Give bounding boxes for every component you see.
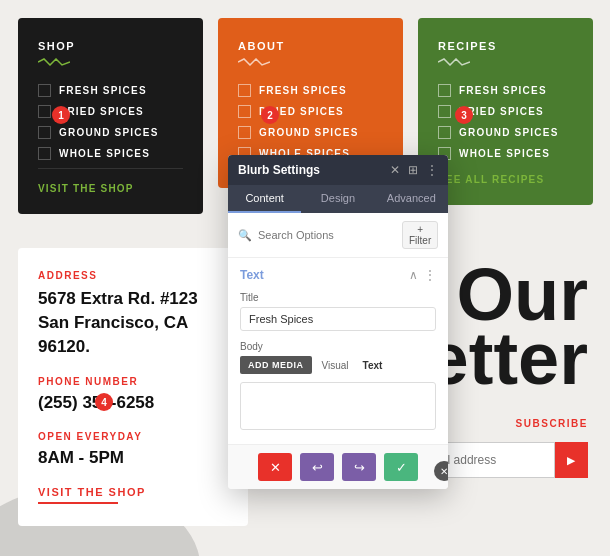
search-icon: 🔍 (238, 229, 252, 242)
text-section-label: Text (240, 268, 264, 282)
title-field-input[interactable] (240, 307, 436, 331)
body-toolbar: ADD MEDIA Visual Text (240, 356, 436, 374)
see-all-recipes-link[interactable]: SEE ALL RECIPES (438, 174, 573, 185)
about-checkbox-ground[interactable] (238, 126, 251, 139)
tab-advanced[interactable]: Advanced (375, 185, 448, 213)
section-controls: ∧ ⋮ (409, 268, 436, 282)
blurb-settings-panel: Blurb Settings ✕ ⊞ ⋮ Content Design Adva… (228, 155, 448, 489)
panel-title: Blurb Settings (238, 163, 320, 177)
badge-1: 1 (52, 106, 70, 124)
recipes-checkbox-dried[interactable] (438, 105, 451, 118)
panel-menu-icon[interactable]: ⋮ (426, 163, 438, 177)
filter-button[interactable]: + Filter (402, 221, 438, 249)
subscribe-label: SUBSCRIBE (516, 418, 588, 429)
about-item-fresh: FRESH SPICES (238, 84, 383, 97)
shop-item-fresh: FRESH SPICES (38, 84, 183, 97)
panel-tabs: Content Design Advanced (228, 185, 448, 213)
shop-card: SHOP FRESH SPICES DRIED SPICES GROUND SP… (18, 18, 203, 214)
recipes-label: RECIPES (438, 40, 573, 52)
cancel-button[interactable]: ✕ (258, 453, 292, 481)
section-header: Text ∧ ⋮ (240, 268, 436, 282)
recipes-squiggle (438, 58, 470, 66)
about-checkbox-fresh[interactable] (238, 84, 251, 97)
panel-minimize-icon[interactable]: ✕ (390, 163, 400, 177)
address-value: 5678 Extra Rd. #123 San Francisco, CA 96… (38, 287, 228, 358)
phone-label: PHONE NUMBER (38, 376, 228, 387)
recipes-item-whole: WHOLE SPICES (438, 147, 573, 160)
recipes-checkbox-ground[interactable] (438, 126, 451, 139)
checkbox-whole[interactable] (38, 147, 51, 160)
phone-value: (255) 352-6258 (38, 393, 228, 413)
shop-item-ground: GROUND SPICES (38, 126, 183, 139)
body-field-label: Body (240, 341, 436, 352)
shop-label: SHOP (38, 40, 183, 52)
hours-label: OPEN EVERYDAY (38, 431, 228, 442)
badge-4: 4 (95, 393, 113, 411)
panel-header: Blurb Settings ✕ ⊞ ⋮ (228, 155, 448, 185)
about-squiggle (238, 58, 270, 66)
subscribe-button[interactable]: ▶ (555, 442, 588, 478)
tab-content[interactable]: Content (228, 185, 301, 213)
save-button[interactable]: ✓ (384, 453, 418, 481)
shop-squiggle (38, 58, 70, 66)
about-checkbox-dried[interactable] (238, 105, 251, 118)
checkbox-dried[interactable] (38, 105, 51, 118)
panel-icons: ✕ ⊞ ⋮ (390, 163, 438, 177)
search-options-input[interactable] (258, 229, 396, 241)
panel-close-handle[interactable]: ✕ (434, 461, 448, 481)
about-item-dried: DRIED SPICES (238, 105, 383, 118)
tab-design[interactable]: Design (301, 185, 374, 213)
panel-content-section: Text ∧ ⋮ Title Body ADD MEDIA Visual Tex… (228, 258, 448, 444)
section-more-icon[interactable]: ⋮ (424, 268, 436, 282)
address-card: ADDRESS 5678 Extra Rd. #123 San Francisc… (18, 248, 248, 526)
section-collapse-icon[interactable]: ∧ (409, 268, 418, 282)
undo-button[interactable]: ↩ (300, 453, 334, 481)
about-label: ABOUT (238, 40, 383, 52)
hours-value: 8AM - 5PM (38, 448, 228, 468)
recipes-item-ground: GROUND SPICES (438, 126, 573, 139)
about-item-ground: GROUND SPICES (238, 126, 383, 139)
address-visit-link[interactable]: VISIT THE SHOP (38, 486, 228, 498)
checkbox-fresh[interactable] (38, 84, 51, 97)
badge-2: 2 (261, 106, 279, 124)
checkbox-ground[interactable] (38, 126, 51, 139)
redo-button[interactable]: ↪ (342, 453, 376, 481)
badge-3: 3 (455, 106, 473, 124)
address-label: ADDRESS (38, 270, 228, 281)
title-field-label: Title (240, 292, 436, 303)
panel-search-bar: 🔍 + Filter (228, 213, 448, 258)
recipes-item-fresh: FRESH SPICES (438, 84, 573, 97)
recipes-checkbox-fresh[interactable] (438, 84, 451, 97)
visual-button[interactable]: Visual (318, 358, 353, 373)
shop-item-whole: WHOLE SPICES (38, 147, 183, 160)
shop-divider (38, 168, 183, 169)
panel-grid-icon[interactable]: ⊞ (408, 163, 418, 177)
red-divider (38, 502, 118, 504)
text-mode-button[interactable]: Text (359, 358, 387, 373)
body-textarea[interactable] (240, 382, 436, 430)
panel-footer: ✕ ↩ ↪ ✓ (228, 444, 448, 489)
add-media-button[interactable]: ADD MEDIA (240, 356, 312, 374)
shop-visit-link[interactable]: VISIT THE SHOP (38, 183, 183, 194)
